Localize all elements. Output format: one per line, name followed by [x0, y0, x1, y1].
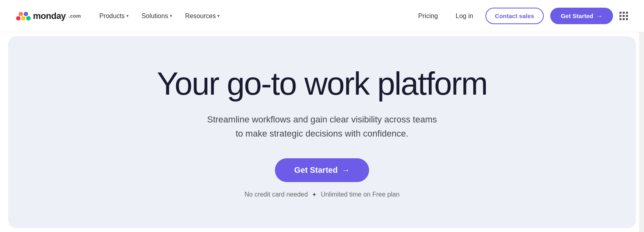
scrollbar[interactable] — [639, 0, 644, 232]
logo-icon — [16, 9, 31, 23]
logo[interactable]: monday.com — [16, 9, 81, 23]
grid-apps-icon[interactable] — [619, 12, 628, 20]
hero-section: Your go-to work platform Streamline work… — [8, 36, 636, 228]
logo-brand-text: monday — [33, 11, 66, 21]
arrow-icon: → — [597, 12, 603, 19]
chevron-down-icon: ▾ — [217, 13, 220, 19]
navbar-left: monday.com Products ▾ Solutions ▾ Resour… — [16, 9, 225, 23]
svg-point-1 — [21, 16, 26, 21]
nav-item-resources[interactable]: Resources ▾ — [180, 9, 225, 23]
navbar: monday.com Products ▾ Solutions ▾ Resour… — [0, 0, 644, 32]
separator-icon: ✦ — [312, 191, 317, 198]
contact-sales-button[interactable]: Contact sales — [485, 8, 544, 24]
svg-point-0 — [16, 16, 21, 21]
hero-subtitle: Streamline workflows and gain clear visi… — [207, 113, 437, 140]
nav-pricing-link[interactable]: Pricing — [413, 9, 444, 23]
hero-title: Your go-to work platform — [157, 66, 487, 102]
arrow-icon: → — [342, 166, 350, 175]
nav-login-link[interactable]: Log in — [450, 9, 479, 23]
nav-links: Products ▾ Solutions ▾ Resources ▾ — [94, 9, 225, 23]
get-started-hero-button[interactable]: Get Started → — [275, 158, 369, 182]
svg-point-4 — [24, 12, 28, 16]
chevron-down-icon: ▾ — [170, 13, 172, 19]
svg-point-3 — [19, 12, 23, 16]
get-started-nav-button[interactable]: Get Started → — [550, 8, 613, 24]
nav-item-solutions[interactable]: Solutions ▾ — [136, 9, 178, 23]
navbar-right: Pricing Log in Contact sales Get Started… — [413, 8, 628, 24]
hero-note: No credit card needed ✦ Unlimited time o… — [244, 191, 399, 198]
nav-item-products[interactable]: Products ▾ — [94, 9, 134, 23]
svg-point-2 — [26, 16, 31, 21]
logo-suffix-text: .com — [68, 13, 80, 19]
chevron-down-icon: ▾ — [126, 13, 129, 19]
